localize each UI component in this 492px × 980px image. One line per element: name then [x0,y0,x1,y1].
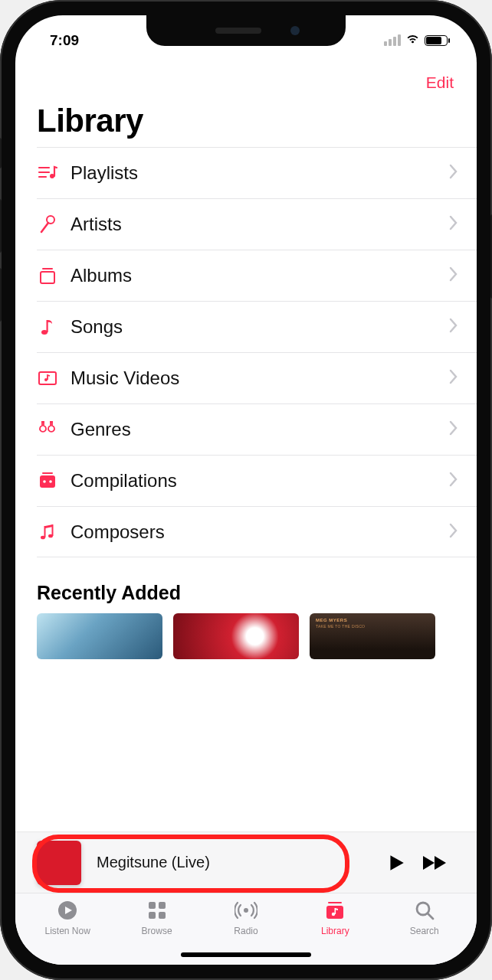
home-indicator[interactable] [181,952,311,957]
compilation-icon [37,470,71,492]
svg-line-35 [428,913,433,919]
now-playing-bar[interactable]: Megitsune (Live) [15,831,477,893]
search-icon [413,900,436,923]
chevron-right-icon [449,523,458,541]
microphone-icon [37,214,71,235]
tab-listen-now[interactable]: Listen Now [23,900,112,936]
play-circle-icon [56,900,79,923]
list-item-composers[interactable]: Composers [37,506,477,557]
chevron-right-icon [449,215,458,234]
guitar-icon [37,419,71,440]
grid-icon [146,900,169,923]
svg-rect-28 [159,912,166,919]
svg-marker-22 [435,856,446,870]
svg-point-13 [43,480,46,483]
list-item-label: Albums [71,265,449,286]
tab-browse[interactable]: Browse [112,900,201,936]
device-notch [146,15,346,46]
album-title-text: TAKE ME TO THE DISCO [316,624,365,629]
list-item-label: Compilations [71,470,449,492]
list-item-music-videos[interactable]: Music Videos [37,352,477,403]
section-recently-added-title: Recently Added [15,557,477,613]
now-playing-title: Megitsune (Live) [81,854,379,871]
album-thumbnail[interactable] [173,613,299,659]
chevron-right-icon [449,266,458,285]
status-time: 7:09 [50,32,79,49]
fast-forward-button[interactable] [414,853,457,873]
list-item-label: Genres [71,419,449,440]
music-note-icon [37,316,71,338]
list-item-label: Music Videos [71,368,449,389]
album-stack-icon [37,265,71,286]
play-button[interactable] [379,853,414,873]
recently-added-row: MEG MYERS TAKE ME TO THE DISCO [15,613,477,659]
composer-icon [37,521,71,543]
cellular-icon [384,34,401,46]
album-thumbnail[interactable] [37,613,162,659]
chevron-right-icon [449,369,458,387]
svg-rect-6 [41,272,54,283]
page-title: Library [15,98,477,147]
tab-label: Browse [142,926,172,936]
tab-search[interactable]: Search [380,900,469,936]
battery-icon [425,35,448,46]
album-artist-text: MEG MYERS [316,618,347,622]
list-item-albums[interactable]: Albums [37,250,477,301]
list-item-genres[interactable]: Genres [37,403,477,455]
list-item-label: Songs [71,316,449,338]
tab-label: Search [410,926,439,936]
tab-library[interactable]: Library [290,900,379,936]
library-icon [323,900,346,923]
svg-rect-27 [149,912,156,919]
chevron-right-icon [449,420,458,439]
svg-point-14 [49,480,52,483]
list-item-playlists[interactable]: Playlists [37,147,477,198]
tab-label: Listen Now [45,926,90,936]
list-item-label: Composers [71,521,449,543]
edit-button[interactable]: Edit [426,74,454,92]
list-item-compilations[interactable]: Compilations [37,455,477,506]
svg-point-29 [244,908,248,913]
svg-rect-26 [159,902,166,909]
svg-marker-20 [390,855,403,871]
tab-radio[interactable]: Radio [202,900,290,936]
tab-label: Radio [234,926,257,936]
list-item-label: Playlists [71,162,449,184]
svg-line-5 [41,223,48,232]
list-item-artists[interactable]: Artists [37,198,477,250]
wifi-icon [405,34,420,47]
list-item-songs[interactable]: Songs [37,301,477,352]
list-item-label: Artists [71,214,449,235]
svg-marker-21 [423,856,435,870]
chevron-right-icon [449,164,458,182]
library-category-list: Playlists Artists Albums [15,147,477,557]
chevron-right-icon [449,318,458,336]
tab-label: Library [321,926,349,936]
chevron-right-icon [449,472,458,490]
svg-rect-25 [149,902,156,909]
playlist-icon [37,162,71,184]
svg-rect-12 [40,475,55,488]
now-playing-artwork [37,841,81,885]
music-video-icon [37,368,71,389]
radio-icon [235,900,257,923]
album-thumbnail[interactable]: MEG MYERS TAKE ME TO THE DISCO [310,613,435,659]
